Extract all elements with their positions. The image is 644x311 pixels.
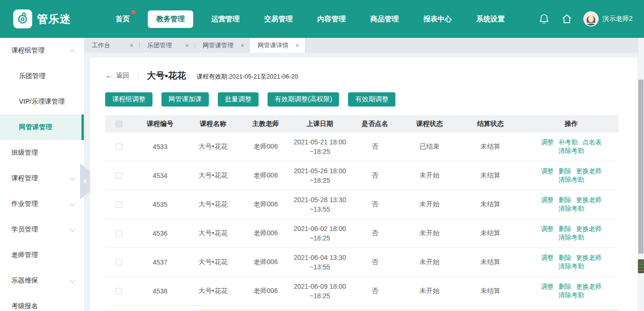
sidebar-item-course-group-mgmt[interactable]: 课程组管理 xyxy=(0,38,84,63)
adjust-link[interactable]: 调整 xyxy=(541,225,554,232)
rollcall-flag: 否 xyxy=(347,171,402,180)
user-name[interactable]: 演示老师2 xyxy=(602,15,633,23)
teacher-name: 老师006 xyxy=(239,229,293,238)
scrollbar-thumb[interactable] xyxy=(638,80,644,254)
teacher-name: 老师006 xyxy=(239,287,293,295)
adjust-link[interactable]: 调整 xyxy=(541,196,554,204)
row-checkbox[interactable] xyxy=(116,288,122,294)
delete-link[interactable]: 删除 xyxy=(559,225,572,232)
nav-item-home[interactable]: 首页 xyxy=(109,11,136,27)
delete-link[interactable]: 删除 xyxy=(559,168,572,175)
teacher-name: 老师006 xyxy=(239,200,293,209)
rollcall-flag: 否 xyxy=(347,200,402,209)
nav-item-academic[interactable]: 教务管理 xyxy=(148,10,193,28)
tab-workbench[interactable]: 工作台 × xyxy=(84,38,139,53)
adjust-link[interactable]: 调整 xyxy=(541,254,554,261)
adjust-course-group-button[interactable]: 课程组调整 xyxy=(105,92,152,107)
settlement-status: 未结算 xyxy=(456,142,524,151)
change-teacher-link[interactable]: 更换老师 xyxy=(576,283,602,290)
nav-item-reports[interactable]: 报表中心 xyxy=(417,11,458,27)
close-icon[interactable]: × xyxy=(185,42,189,49)
change-teacher-link[interactable]: 更换老师 xyxy=(576,225,602,232)
sidebar-item-student-mgmt[interactable]: 学员管理 xyxy=(0,217,84,242)
col-header-lesson-id: 课程编号 xyxy=(133,120,188,128)
add-online-class-button[interactable]: 网管课加课 xyxy=(161,92,209,107)
sidebar-item-homework-mgmt[interactable]: 作业管理 xyxy=(0,191,84,217)
user-avatar[interactable] xyxy=(583,11,599,27)
nav-item-operations[interactable]: 运营管理 xyxy=(205,11,246,27)
clear-attendance-link[interactable]: 清除考勤 xyxy=(559,147,584,154)
clear-attendance-link[interactable]: 清除考勤 xyxy=(559,234,584,241)
close-icon[interactable]: × xyxy=(241,42,244,49)
sidebar-item-teacher-mgmt[interactable]: 老师管理 xyxy=(0,242,84,268)
close-icon[interactable]: × xyxy=(130,42,134,49)
rollcall-sheet-link[interactable]: 点名表 xyxy=(582,139,602,146)
back-button[interactable]: ← 返回 xyxy=(105,71,129,80)
row-checkbox[interactable] xyxy=(116,259,122,266)
lesson-date: 2021-06-09 18:00~18:25 xyxy=(294,282,347,301)
clear-attendance-link[interactable]: 清除考勤 xyxy=(559,263,584,270)
lesson-date: 2021-06-04 13:30~13:55 xyxy=(294,253,347,272)
sidebar-item-instrument-maintenance[interactable]: 乐器维保 xyxy=(0,268,84,293)
row-checkbox[interactable] xyxy=(116,143,122,150)
rollcall-flag: 否 xyxy=(347,258,402,267)
table-row: 4538 大号•花花 老师006 2021-06-09 18:00~18:25 … xyxy=(105,277,618,306)
row-checkbox[interactable] xyxy=(116,230,122,237)
delete-link[interactable]: 删除 xyxy=(559,283,572,290)
lesson-id: 4538 xyxy=(133,287,188,295)
tab-orchestra-mgmt[interactable]: 乐团管理 × xyxy=(140,38,195,53)
nav-item-products[interactable]: 商品管理 xyxy=(364,11,405,27)
bell-icon[interactable] xyxy=(538,13,550,25)
chevron-left-icon xyxy=(83,179,88,184)
nav-item-content[interactable]: 内容管理 xyxy=(311,11,352,27)
teacher-name: 老师006 xyxy=(239,142,293,151)
chevron-up-icon xyxy=(70,49,75,54)
page-header: ← 返回 大号•花花 课程有效期:2021-05-21至2021-06-20 xyxy=(105,69,638,82)
col-header-operations: 操作 xyxy=(524,120,618,128)
change-teacher-link[interactable]: 更换老师 xyxy=(576,196,602,204)
batch-adjust-button[interactable]: 批量调整 xyxy=(218,92,259,107)
course-validity: 课程有效期:2021-05-21至2021-06-20 xyxy=(197,72,298,81)
sidebar-item-course-mgmt[interactable]: 课程管理 xyxy=(0,166,84,191)
sidebar-item-orchestra-mgmt[interactable]: 乐团管理 xyxy=(0,63,84,89)
settlement-status: 未结算 xyxy=(456,258,524,267)
adjust-link[interactable]: 调整 xyxy=(541,168,554,175)
close-icon[interactable]: × xyxy=(295,42,299,49)
course-name: 大号•花花 xyxy=(188,200,239,209)
lesson-date: 2021-05-21 18:00~18:25 xyxy=(294,137,347,156)
select-all-checkbox[interactable] xyxy=(116,121,122,127)
col-header-settlement: 结算状态 xyxy=(456,120,524,128)
brand[interactable]: 管乐迷 xyxy=(13,9,84,28)
tab-online-class-mgmt[interactable]: 网管课管理 × xyxy=(195,38,250,53)
lesson-status: 未开始 xyxy=(402,200,456,209)
validity-adjust-privileged-button[interactable]: 有效期调整(高权限) xyxy=(268,92,339,107)
detail-card: ← 返回 大号•花花 课程有效期:2021-05-21至2021-06-20 课… xyxy=(90,58,638,311)
validity-adjust-button[interactable]: 有效期调整 xyxy=(348,92,395,107)
adjust-link[interactable]: 调整 xyxy=(541,139,554,146)
clear-attendance-link[interactable]: 清除考勤 xyxy=(559,176,584,183)
change-teacher-link[interactable]: 更换老师 xyxy=(576,254,602,261)
course-name: 大号•花花 xyxy=(188,287,239,295)
clear-attendance-link[interactable]: 清除考勤 xyxy=(559,292,584,299)
nav-item-transactions[interactable]: 交易管理 xyxy=(258,11,299,27)
delete-link[interactable]: 删除 xyxy=(559,254,572,261)
nav-item-settings[interactable]: 系统设置 xyxy=(470,11,511,27)
tab-online-class-detail[interactable]: 网管课详情 × xyxy=(250,38,305,53)
delete-link[interactable]: 删除 xyxy=(559,196,572,204)
clear-attendance-link[interactable]: 清除考勤 xyxy=(559,205,584,212)
rollcall-flag: 否 xyxy=(347,287,402,295)
sidebar-item-exam-registration[interactable]: 考级报名 xyxy=(0,293,84,311)
sidebar: 课程组管理 乐团管理 VIP/乐理课管理 网管课管理 班级管理 课程管理 作业管… xyxy=(0,38,84,311)
sidebar-item-vip-theory-mgmt[interactable]: VIP/乐理课管理 xyxy=(0,89,84,115)
lesson-id: 4535 xyxy=(133,201,188,208)
adjust-link[interactable]: 调整 xyxy=(541,283,554,290)
notification-dot xyxy=(132,10,135,14)
row-checkbox[interactable] xyxy=(116,172,122,179)
sidebar-item-online-class-mgmt[interactable]: 网管课管理 xyxy=(0,115,84,140)
makeup-attendance-link[interactable]: 补考勤 xyxy=(559,139,578,146)
change-teacher-link[interactable]: 更换老师 xyxy=(576,168,602,175)
home-icon[interactable] xyxy=(561,13,573,25)
chevron-down-icon xyxy=(70,226,75,231)
row-checkbox[interactable] xyxy=(116,201,122,208)
sidebar-item-class-mgmt[interactable]: 班级管理 xyxy=(0,140,84,166)
